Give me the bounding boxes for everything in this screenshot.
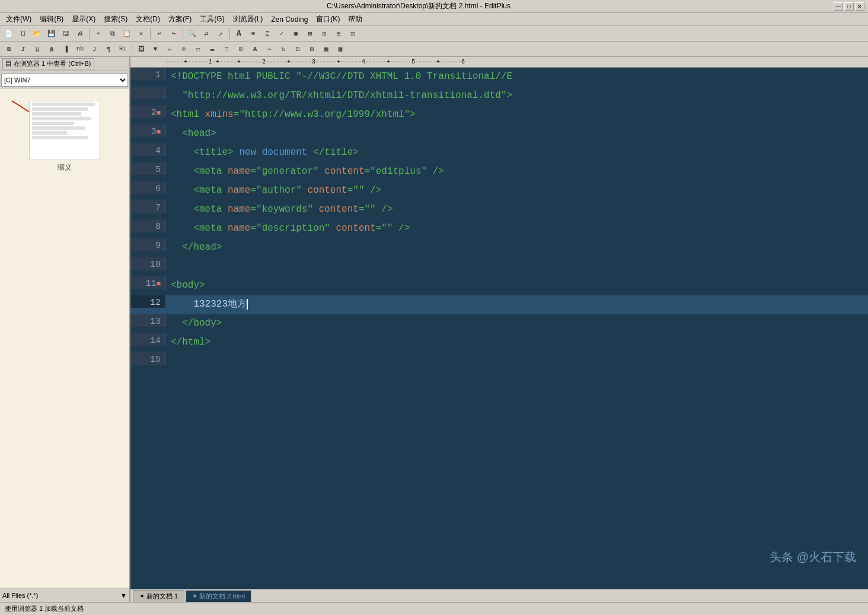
sidebar: 目 在浏览器 1 中查看 (Ctrl+B) [C] WIN7: [0, 57, 130, 602]
tb-delete[interactable]: ✕: [135, 27, 148, 40]
toolbar1: 📄 🗋 📂 💾 🖫 🖨 ✂ ⧉ 📋 ✕ ↩ ↪ 🔍 ⇄ ↗ A ≡ ≣ ✓ ▣ …: [0, 26, 868, 42]
tb-box5[interactable]: ◫: [346, 27, 359, 40]
tb2-j[interactable]: J: [88, 43, 101, 56]
line-number: 5: [130, 162, 166, 175]
table-row: 12 132323地方: [130, 295, 868, 314]
browser-view-button[interactable]: 目 在浏览器 1 中查看 (Ctrl+B): [2, 58, 94, 69]
tb2-i[interactable]: I: [17, 43, 30, 56]
menu-view[interactable]: 显示(X): [68, 13, 99, 26]
tb2-line[interactable]: ≡: [220, 43, 233, 56]
code-area[interactable]: 1 <!DOCTYPE html PUBLIC "-//W3C//DTD XHT…: [130, 68, 868, 589]
tb2-para[interactable]: ¶: [102, 43, 115, 56]
tb-box2[interactable]: ⊞: [304, 27, 317, 40]
tb-box3[interactable]: ⊡: [318, 27, 331, 40]
tb2-hi[interactable]: Hi: [116, 43, 129, 56]
tb2-arr2[interactable]: ↻: [277, 43, 290, 56]
tb-paste[interactable]: 📋: [120, 27, 133, 40]
sidebar-content: 缩义: [0, 89, 129, 588]
line-number: 9: [130, 238, 166, 251]
menu-file[interactable]: 文件(W): [2, 13, 35, 26]
menu-zen[interactable]: Zen Coding: [267, 14, 311, 25]
tb2-grid3[interactable]: ▦: [320, 43, 333, 56]
tb-box4[interactable]: ⊟: [332, 27, 345, 40]
tb-open[interactable]: 📂: [31, 27, 44, 40]
tb-save[interactable]: 💾: [45, 27, 58, 40]
tb2-nb[interactable]: nb: [74, 43, 87, 56]
window-controls[interactable]: — □ ✕: [834, 2, 864, 11]
line-number: 15: [130, 352, 166, 365]
tab-doc2[interactable]: ✦ 新的文档 2.html: [186, 590, 251, 602]
tb2-rect[interactable]: ▭: [192, 43, 205, 56]
code-content: <meta name="description" content="" />: [166, 219, 868, 237]
tb-print[interactable]: 🖨: [74, 27, 87, 40]
title-bar-text: C:\Users\Administrator\Desktop\新的文档 2.ht…: [4, 1, 834, 11]
menu-help[interactable]: 帮助: [344, 13, 366, 26]
status-bar: 使用浏览器 1 加载当前文档: [0, 602, 868, 615]
tb-check[interactable]: ✓: [275, 27, 288, 40]
tb2-grid4[interactable]: ▩: [334, 43, 347, 56]
tb2-A2[interactable]: A: [248, 43, 261, 56]
sidebar-select[interactable]: [C] WIN7: [1, 74, 128, 87]
main-area: 目 在浏览器 1 中查看 (Ctrl+B) [C] WIN7: [0, 57, 868, 602]
tb2-rect2[interactable]: ▬: [206, 43, 219, 56]
line-number: 2■: [130, 106, 166, 118]
tb2-u[interactable]: U: [31, 43, 44, 56]
code-content: [166, 352, 868, 370]
tb2-grid2[interactable]: ⊞: [305, 43, 318, 56]
tb-find[interactable]: 🔍: [186, 27, 199, 40]
tb-fontA[interactable]: A: [232, 27, 245, 40]
tb-font3[interactable]: ≣: [261, 27, 274, 40]
code-content: <title> new document </title>: [166, 144, 868, 161]
sidebar-panel: 缩义: [0, 89, 129, 588]
tb-cut[interactable]: ✂: [92, 27, 105, 40]
tb2-down[interactable]: ▼: [149, 43, 162, 56]
menu-edit[interactable]: 编辑(B): [36, 13, 67, 26]
close-button[interactable]: ✕: [855, 2, 864, 11]
tb2-hl[interactable]: ▐: [59, 43, 72, 56]
code-content: <meta name="generator" content="editplus…: [166, 162, 868, 180]
menu-window[interactable]: 窗口(K): [312, 13, 343, 26]
code-content: [166, 257, 868, 275]
tb-redo[interactable]: ↪: [167, 27, 180, 40]
line-number: 6: [130, 181, 166, 194]
menu-browser[interactable]: 浏览器(L): [229, 13, 267, 26]
table-row: 1 "http://www.w3.org/TR/xhtml1/DTD/xhtml…: [130, 87, 868, 106]
tb-save2[interactable]: 🖫: [59, 27, 72, 40]
editor-area[interactable]: -----+------1-+-----+------2------+-----…: [130, 57, 868, 602]
code-content: </html>: [166, 333, 868, 351]
tb-font2[interactable]: ≡: [247, 27, 260, 40]
maximize-button[interactable]: □: [844, 2, 854, 11]
table-row: 14 </html>: [130, 333, 868, 352]
tb2-arrow[interactable]: ⇒: [263, 43, 276, 56]
ruler: -----+------1-+-----+------2------+-----…: [130, 57, 868, 68]
toolbar2: B I U A ▐ nb J ¶ Hi 🖼 ▼ ✏ ⊙ ▭ ▬ ≡ ⊞ A ⇒ …: [0, 42, 868, 57]
tb2-tbl[interactable]: ⊞: [234, 43, 247, 56]
tb-copy[interactable]: ⧉: [106, 27, 119, 40]
file-list-arrow: ▼: [120, 592, 127, 599]
tab-doc1[interactable]: ✦ 新的文档 1: [133, 590, 184, 602]
tb-undo[interactable]: ↩: [153, 27, 166, 40]
code-content: <html xmlns="http://www.w3.org/1999/xhtm…: [166, 106, 868, 123]
tb-replace[interactable]: ⇄: [200, 27, 213, 40]
minimize-button[interactable]: —: [834, 2, 843, 11]
tb-goto[interactable]: ↗: [214, 27, 227, 40]
tb2-pen[interactable]: ✏: [163, 43, 176, 56]
tb-new2[interactable]: 🗋: [17, 27, 30, 40]
code-content[interactable]: 132323地方: [166, 295, 868, 313]
menu-tools[interactable]: 工具(G): [196, 13, 228, 26]
tb2-grid[interactable]: ⊟: [291, 43, 304, 56]
tb2-circ[interactable]: ⊙: [177, 43, 190, 56]
table-row: 1 <!DOCTYPE html PUBLIC "-//W3C//DTD XHT…: [130, 68, 868, 87]
table-row: 15: [130, 352, 868, 371]
menu-document[interactable]: 文档(D): [132, 13, 164, 26]
menu-search[interactable]: 搜索(S): [100, 13, 131, 26]
tb2-img[interactable]: 🖼: [135, 43, 148, 56]
menu-scheme[interactable]: 方案(F): [165, 13, 195, 26]
tb2-a[interactable]: A: [45, 43, 58, 56]
tb2-b[interactable]: B: [2, 43, 15, 56]
tb-new[interactable]: 📄: [2, 27, 15, 40]
sidebar-toolbar: 目 在浏览器 1 中查看 (Ctrl+B): [0, 57, 129, 71]
table-row: 3■ <head>: [130, 125, 868, 144]
tb-box1[interactable]: ▣: [289, 27, 302, 40]
table-row: 7 <meta name="keywords" content="" />: [130, 200, 868, 219]
